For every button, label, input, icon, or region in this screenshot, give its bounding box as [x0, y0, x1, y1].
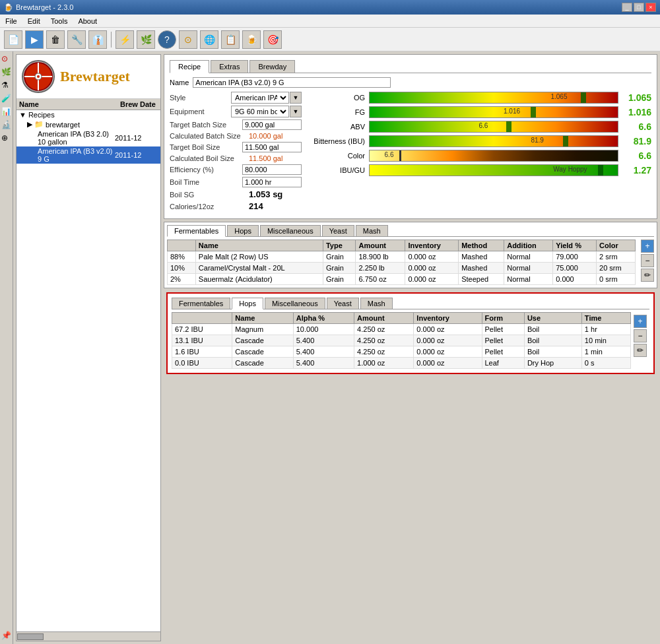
toolbar-globe[interactable]: 🌐 [200, 30, 218, 49]
side-icon-8[interactable]: 📌 [1, 631, 12, 641]
row1-amount: 18.900 lb [356, 251, 405, 263]
hop2-amount: 4.250 oz [354, 335, 414, 346]
side-icon-1[interactable]: ⊙ [1, 54, 12, 65]
toolbar-book[interactable]: 📋 [221, 30, 240, 49]
hop1-alpha: 10.000 [293, 324, 354, 335]
hops-add-btn[interactable]: + [634, 315, 647, 328]
side-icon-3[interactable]: ⚗ [1, 80, 12, 91]
toolbar-help[interactable]: ? [158, 30, 176, 49]
minimize-button[interactable]: _ [622, 3, 632, 12]
hop3-amount: 4.250 oz [354, 346, 414, 358]
tree-recipe-1[interactable]: American IPA (B3 2.0) 10 gallon 2011-12 [16, 129, 160, 146]
app-icon: 🍺 [4, 3, 13, 12]
side-icon-6[interactable]: 🔬 [1, 120, 12, 131]
toolbar-lightning[interactable]: ⚡ [116, 30, 134, 49]
menu-file[interactable]: File [3, 16, 20, 26]
row1-method: Mashed [459, 251, 504, 263]
fermentables-edit-btn[interactable]: ✏ [641, 269, 654, 282]
hops-table-row[interactable]: 67.2 IBU Magnum 10.000 4.250 oz 0.000 oz… [172, 324, 631, 335]
scroll-thumb[interactable] [17, 633, 44, 640]
toolbar-target[interactable]: 🎯 [263, 30, 282, 49]
toolbar-wrench[interactable]: 🔧 [67, 30, 86, 49]
logo-area: Brewtarget [16, 55, 160, 99]
menu-tools[interactable]: Tools [48, 16, 71, 26]
hops-tab-miscellaneous[interactable]: Miscellaneous [265, 298, 325, 309]
hops-tab-bar: Fermentables Hops Miscellaneous Yeast Ma… [172, 298, 649, 309]
style-row: Style American IPA ▼ [170, 92, 302, 104]
toolbar-delete[interactable]: 🗑 [46, 30, 65, 49]
style-dropdown-btn[interactable]: ▼ [290, 92, 302, 104]
target-batch-row: Target Batch Size [170, 119, 302, 130]
maximize-button[interactable]: □ [634, 3, 644, 12]
main-container: 🍺 Brewtarget - 2.3.0 _ □ × File Edit Too… [0, 0, 660, 644]
tab-recipe[interactable]: Recipe [170, 60, 209, 73]
table-row[interactable]: 10% Caramel/Crystal Malt - 20L Grain 2.2… [168, 263, 636, 274]
tab-extras[interactable]: Extras [211, 60, 248, 73]
og-bar: 1.065 [369, 92, 618, 104]
hops-tab-hops[interactable]: Hops [232, 298, 263, 309]
table-row[interactable]: 88% Pale Malt (2 Row) US Grain 18.900 lb… [168, 251, 636, 263]
side-icon-4[interactable]: 🧪 [1, 94, 12, 104]
tab-hops[interactable]: Hops [227, 225, 259, 236]
row2-amount: 2.250 lb [356, 263, 405, 274]
target-batch-input[interactable] [242, 119, 302, 130]
hops-table-row[interactable]: 0.0 IBU Cascade 5.400 1.000 oz 0.000 oz … [172, 358, 631, 369]
fermentables-remove-btn[interactable]: − [641, 254, 654, 267]
table-row[interactable]: 2% Sauermalz (Acidulator) Grain 6.750 oz… [168, 274, 636, 285]
toolbar-open[interactable]: ▶ [25, 30, 44, 49]
bottom-scrollbar[interactable] [16, 631, 160, 641]
app-logo-text: Brewtarget [60, 68, 130, 85]
side-icon-2[interactable]: 🌿 [1, 67, 12, 78]
hops-col-inventory: Inventory [414, 313, 482, 324]
hops-table-row[interactable]: 13.1 IBU Cascade 5.400 4.250 oz 0.000 oz… [172, 335, 631, 346]
tree-recipes-header[interactable]: ▼ Recipes [16, 110, 160, 119]
fermentables-add-btn[interactable]: + [641, 240, 654, 253]
side-icon-7[interactable]: ⊕ [1, 133, 12, 144]
toolbar-coin[interactable]: ⊙ [179, 30, 197, 49]
hops-table-row[interactable]: 1.6 IBU Cascade 5.400 4.250 oz 0.000 oz … [172, 346, 631, 358]
efficiency-input[interactable] [242, 164, 302, 175]
toolbar-leaf[interactable]: 🌿 [137, 30, 155, 49]
tab-brewday[interactable]: Brewday [249, 60, 295, 73]
left-panel-wrapper: ⊙ 🌿 ⚗ 🧪 📊 🔬 ⊕ 📌 [0, 51, 164, 644]
hops-remove-btn[interactable]: − [634, 329, 647, 342]
bitterness-row: Bitterness (IBU) 81.9 81.9 [310, 135, 651, 147]
hops-tab-yeast[interactable]: Yeast [327, 298, 359, 309]
row3-inventory: 0.000 oz [405, 274, 459, 285]
boil-sg-value: 1.053 sg [249, 189, 282, 199]
style-select[interactable]: American IPA [231, 92, 289, 104]
target-boil-input[interactable] [242, 142, 302, 152]
menu-about[interactable]: About [75, 16, 100, 26]
tab-miscellaneous[interactable]: Miscellaneous [260, 225, 321, 236]
title-bar-controls[interactable]: _ □ × [622, 3, 656, 12]
tree-recipe-2[interactable]: American IPA (B3 v2.0) 9 G 2011-12 [16, 146, 160, 164]
menu-edit[interactable]: Edit [25, 16, 43, 26]
row1-name: Pale Malt (2 Row) US [195, 251, 323, 263]
col-color: Color [597, 240, 636, 251]
toolbar-person[interactable]: 👔 [88, 30, 107, 49]
boil-time-input[interactable] [242, 177, 302, 187]
hops-edit-btn[interactable]: ✏ [634, 344, 647, 357]
row1-yield: 79.000 [553, 251, 597, 263]
right-content: Recipe Extras Brewday Name Style [164, 51, 660, 644]
tab-mash[interactable]: Mash [356, 225, 388, 236]
recipe-content-area: Style American IPA ▼ Equipment [170, 92, 651, 213]
close-button[interactable]: × [645, 3, 656, 12]
tab-fermentables[interactable]: Fermentables [167, 225, 226, 237]
name-input[interactable] [193, 77, 391, 88]
toolbar-new[interactable]: 📄 [4, 30, 22, 49]
equipment-select[interactable]: 9G 60 min boil [231, 106, 289, 117]
equipment-dropdown-btn[interactable]: ▼ [290, 106, 302, 117]
hops-tab-fermentables[interactable]: Fermentables [172, 298, 230, 309]
side-icon-5[interactable]: 📊 [1, 107, 12, 117]
toolbar-mug[interactable]: 🍺 [242, 30, 261, 49]
style-select-group: American IPA ▼ [231, 92, 302, 104]
tree-brewtarget-folder[interactable]: ▶ 📁 brewtarget [16, 119, 160, 129]
recipe-2-date: 2011-12 [115, 151, 158, 159]
target-boil-row: Target Boil Size [170, 142, 302, 152]
col-addition: Addition [504, 240, 553, 251]
hops-tab-mash[interactable]: Mash [360, 298, 393, 309]
col-yield: Yield % [553, 240, 597, 251]
tab-yeast[interactable]: Yeast [322, 225, 354, 236]
row3-color: 0 srm [597, 274, 636, 285]
